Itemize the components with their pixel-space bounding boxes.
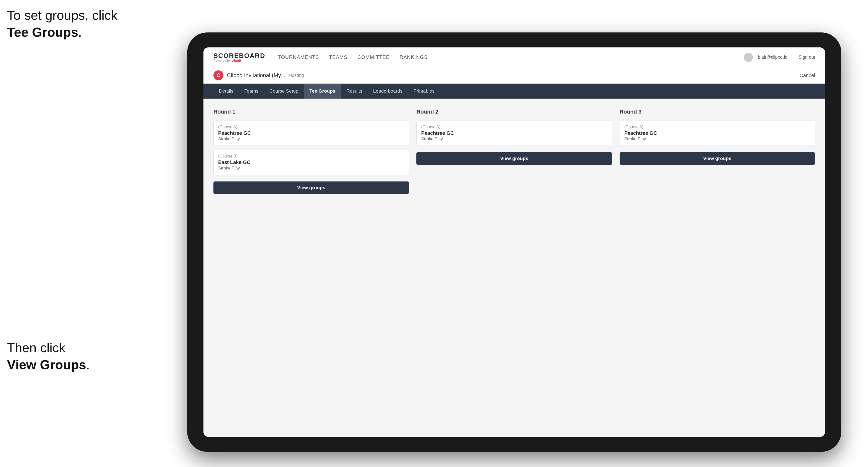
round-2-course-a-format: Stroke Play xyxy=(421,136,607,142)
round-3-column: Round 3 (Course A) Peachtree GC Stroke P… xyxy=(620,108,815,194)
hosting-badge: Hosting xyxy=(288,73,304,78)
tablet-screen: SCOREBOARD Powered by clippit TOURNAMENT… xyxy=(204,48,825,437)
tournament-title-row: C Clippd Invitational (My... Hosting xyxy=(213,70,304,81)
instruction-top-line2: Tee Groups xyxy=(7,25,78,39)
instruction-top: To set groups, click Tee Groups. xyxy=(7,7,117,41)
tab-details[interactable]: Details xyxy=(213,84,239,99)
main-content: Round 1 (Course A) Peachtree GC Stroke P… xyxy=(204,99,825,437)
nav-links: TOURNAMENTS TEAMS COMMITTEE RANKINGS xyxy=(278,54,428,60)
nav-teams[interactable]: TEAMS xyxy=(329,54,347,60)
nav-left: SCOREBOARD Powered by clippit TOURNAMENT… xyxy=(213,53,428,62)
round-3-course-a-format: Stroke Play xyxy=(624,136,810,142)
round-1-course-a-card: (Course A) Peachtree GC Stroke Play xyxy=(213,121,409,146)
tablet-frame: SCOREBOARD Powered by clippit TOURNAMENT… xyxy=(187,32,841,452)
tab-tee-groups[interactable]: Tee Groups xyxy=(304,84,341,99)
instruction-bottom: Then click View Groups. xyxy=(7,339,90,373)
round-1-course-b-format: Stroke Play xyxy=(218,166,404,171)
tab-bar: Details Teams Course Setup Tee Groups Re… xyxy=(204,84,825,99)
instruction-bottom-period: . xyxy=(86,357,90,372)
tournament-name: Clippd Invitational (My... xyxy=(227,72,285,79)
top-nav: SCOREBOARD Powered by clippit TOURNAMENT… xyxy=(204,48,825,67)
cancel-button[interactable]: Cancel xyxy=(800,73,815,79)
logo-area: SCOREBOARD Powered by clippit xyxy=(213,53,266,62)
tab-printables[interactable]: Printables xyxy=(408,84,440,99)
instruction-bottom-line1: Then click xyxy=(7,340,65,355)
tab-results[interactable]: Results xyxy=(341,84,368,99)
rounds-container: Round 1 (Course A) Peachtree GC Stroke P… xyxy=(213,108,815,194)
round-3-title: Round 3 xyxy=(620,108,815,115)
instruction-top-line1: To set groups, click xyxy=(7,8,117,23)
round-1-title: Round 1 xyxy=(213,108,409,115)
logo-clippit: clippit xyxy=(231,59,241,62)
logo-text: SCOREBOARD xyxy=(213,53,266,59)
round-1-view-groups-button[interactable]: View groups xyxy=(213,182,409,194)
tournament-header: C Clippd Invitational (My... Hosting Can… xyxy=(204,67,825,84)
tournament-logo: C xyxy=(213,70,223,81)
tab-leaderboards[interactable]: Leaderboards xyxy=(368,84,408,99)
round-1-course-a-name: Peachtree GC xyxy=(218,130,404,136)
round-2-column: Round 2 (Course A) Peachtree GC Stroke P… xyxy=(416,108,612,194)
nav-rankings[interactable]: RANKINGS xyxy=(400,54,428,60)
round-1-course-a-format: Stroke Play xyxy=(218,136,404,142)
user-email: blair@clippd.io xyxy=(758,55,787,60)
round-2-course-a-name: Peachtree GC xyxy=(421,130,607,136)
round-3-course-a-card: (Course A) Peachtree GC Stroke Play xyxy=(620,121,815,146)
tab-course-setup[interactable]: Course Setup xyxy=(264,84,304,99)
round-3-course-a-name: Peachtree GC xyxy=(624,130,810,136)
nav-tournaments[interactable]: TOURNAMENTS xyxy=(278,54,319,60)
nav-committee[interactable]: COMMITTEE xyxy=(358,54,390,60)
round-1-course-b-card: (Course B) East Lake GC Stroke Play xyxy=(213,150,409,175)
round-3-view-groups-button[interactable]: View groups xyxy=(620,152,815,165)
round-3-course-a-label: (Course A) xyxy=(624,125,810,129)
round-2-view-groups-button[interactable]: View groups xyxy=(416,152,612,165)
logo-powered: Powered by clippit xyxy=(213,59,266,62)
round-1-course-b-name: East Lake GC xyxy=(218,159,404,165)
round-1-course-b-label: (Course B) xyxy=(218,154,404,158)
user-avatar xyxy=(744,53,753,62)
round-2-course-a-label: (Course A) xyxy=(421,125,607,129)
round-2-course-a-card: (Course A) Peachtree GC Stroke Play xyxy=(416,121,612,146)
instruction-top-period: . xyxy=(78,25,82,39)
round-1-course-a-label: (Course A) xyxy=(218,125,404,129)
nav-right: blair@clippd.io | Sign out xyxy=(744,53,815,62)
round-2-title: Round 2 xyxy=(416,108,612,115)
instruction-bottom-line2: View Groups xyxy=(7,357,86,372)
round-1-column: Round 1 (Course A) Peachtree GC Stroke P… xyxy=(213,108,409,194)
sign-out-link[interactable]: Sign out xyxy=(799,55,815,60)
tab-teams[interactable]: Teams xyxy=(239,84,264,99)
